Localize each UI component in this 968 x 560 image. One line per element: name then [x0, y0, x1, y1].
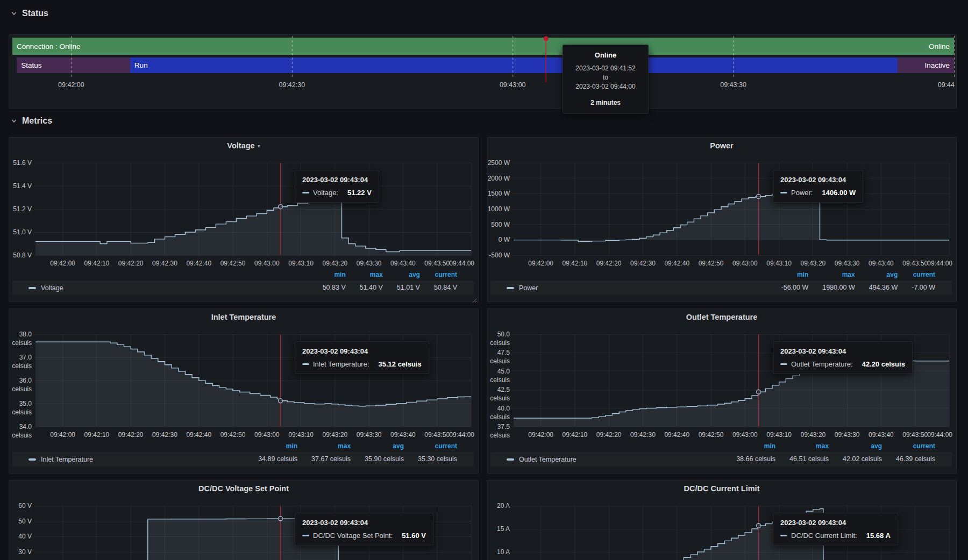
chevron-down-icon	[11, 118, 17, 124]
cursor-point-marker	[757, 195, 761, 199]
legend-stats-table: minmaxavgcurrent-56.00 W1980.00 W494.36 …	[490, 269, 952, 295]
x-axis-label: 09:43:40	[386, 260, 420, 268]
tooltip-series-value: 51.60 V	[402, 532, 426, 540]
metric-panel-inlet-temperature: Inlet Temperature38.0 celsuis37.0 celsui…	[9, 308, 479, 473]
tooltip-series-value: 42.20 celsuis	[862, 360, 905, 368]
legend-header-avg[interactable]: avg	[843, 440, 882, 452]
x-axis-label: 09:43:20	[796, 260, 830, 268]
legend-header-avg[interactable]: avg	[365, 440, 404, 452]
status-tooltip-from: 2023-03-02 09:41:52	[567, 64, 644, 73]
legend-header-current[interactable]: current	[912, 269, 935, 281]
tooltip-series-value: 35.12 celsuis	[379, 360, 422, 368]
series-color-swatch	[780, 535, 787, 537]
panel-legend: minmaxavgcurrent50.83 V51.40 V51.01 V50.…	[12, 269, 474, 297]
metric-panel-voltage: Voltage▾51.6 V51.4 V51.2 V51.0 V50.8 V09…	[9, 137, 479, 302]
legend-header-current[interactable]: current	[418, 440, 457, 452]
legend-series-name: Power	[519, 284, 538, 292]
legend-series-toggle[interactable]: Inlet Temperature	[29, 452, 93, 466]
time-axis-label: 09:43:00	[491, 81, 534, 89]
cursor-point-marker	[279, 399, 283, 403]
resize-corner-lines	[473, 299, 476, 303]
x-axis-label: 09:43:10	[284, 260, 318, 268]
x-axis-label: 09:42:00	[524, 431, 558, 439]
legend-header-max[interactable]: max	[360, 269, 383, 281]
series-area	[35, 186, 471, 255]
legend-stat-current: 50.84 V	[434, 281, 457, 295]
panel-resize-handle[interactable]	[472, 296, 477, 300]
legend-header-max[interactable]: max	[822, 269, 855, 281]
x-axis-label: 09:43:00	[250, 431, 284, 439]
legend-header-avg[interactable]: avg	[397, 269, 420, 281]
legend-stat-current: 46.39 celsuis	[896, 452, 935, 466]
panel-legend: minmaxavgcurrent34.89 celsuis37.67 celsu…	[12, 440, 474, 468]
legend-header-avg[interactable]: avg	[869, 269, 898, 281]
legend-header-max[interactable]: max	[311, 440, 351, 452]
x-axis-label: 09:42:50	[216, 260, 250, 268]
tooltip-series-row: Outlet Temperature:42.20 celsuis	[780, 360, 905, 368]
metric-panel-dcdc-current-limit: DC/DC Current Limit20 A15 A10 A09:42:000…	[487, 480, 957, 560]
x-axis-label: 09:44:00	[918, 431, 952, 439]
x-axis-label: 09:43:20	[318, 431, 352, 439]
timeline-segment-label-right: Online	[929, 42, 950, 51]
x-axis-label: 09:43:10	[762, 260, 796, 268]
tooltip-timestamp: 2023-03-02 09:43:04	[302, 176, 372, 184]
legend-header-max[interactable]: max	[789, 440, 829, 452]
tooltip-series-row: Voltage:51.22 V	[302, 189, 372, 197]
timeline-segment-label: Status	[21, 61, 41, 69]
timeline-segment-connection-0: Connection : OnlineOnline	[12, 38, 954, 55]
x-axis-label: 09:42:30	[625, 260, 660, 268]
x-axis-label: 09:42:20	[113, 260, 148, 268]
x-axis-label: 09:42:40	[660, 431, 694, 439]
legend-header-min[interactable]: min	[323, 269, 346, 281]
tooltip-series-row: DC/DC Voltage Set Point:51.60 V	[302, 532, 426, 540]
tooltip-timestamp: 2023-03-02 09:43:04	[780, 519, 891, 527]
resize-corner-icon	[472, 298, 477, 303]
x-axis-label: 09:43:00	[250, 260, 284, 268]
legend-stat-avg: 42.02 celsuis	[843, 452, 882, 466]
x-axis-label: 09:44:00	[918, 260, 952, 268]
timeline-segment-status-0: Status	[17, 58, 130, 73]
tooltip-timestamp: 2023-03-02 09:43:04	[302, 519, 426, 527]
legend-stat-min: -56.00 W	[781, 281, 809, 295]
metric-panel-power: Power2500 W2000 W1500 W1000 W500 W0 W-50…	[487, 137, 957, 302]
legend-header-min[interactable]: min	[736, 440, 775, 452]
x-axis-label: 09:42:10	[80, 260, 114, 268]
metric-panel-dcdc-voltage-set-point: DC/DC Voltage Set Point60 V50 V40 V30 V0…	[9, 480, 479, 560]
series-color-swatch	[780, 363, 787, 365]
x-axis-label: 09:43:40	[386, 431, 420, 439]
legend-stat-avg: 35.90 celsuis	[365, 452, 404, 466]
cursor-point-marker	[279, 205, 283, 209]
legend-header-current[interactable]: current	[896, 440, 935, 452]
series-color-swatch	[507, 458, 514, 461]
x-axis-label: 09:42:50	[694, 431, 728, 439]
legend-header-min[interactable]: min	[781, 269, 809, 281]
legend-series-toggle[interactable]: Power	[507, 281, 538, 295]
cursor-point-marker	[757, 523, 761, 528]
status-tooltip-duration: 2 minutes	[567, 98, 644, 107]
section-header-metrics[interactable]: Metrics	[11, 115, 52, 127]
tooltip-timestamp: 2023-03-02 09:43:04	[780, 176, 856, 184]
x-axis-label: 09:42:00	[46, 431, 80, 439]
status-tooltip-to-word: to	[567, 73, 644, 82]
x-axis-label: 09:44:00	[440, 260, 474, 268]
legend-header-current[interactable]: current	[434, 269, 457, 281]
tooltip-timestamp: 2023-03-02 09:43:04	[302, 347, 422, 355]
time-axis-label: 09:44	[938, 81, 955, 89]
series-color-swatch	[29, 458, 36, 461]
time-axis-label: 09:42:00	[49, 81, 92, 89]
legend-series-toggle[interactable]: Voltage	[29, 281, 63, 295]
chart-tooltip-dcdc-voltage-set-point: 2023-03-02 09:43:04DC/DC Voltage Set Poi…	[295, 513, 433, 545]
legend-series-toggle[interactable]: Outlet Temperature	[507, 452, 576, 466]
state-timeline-plot[interactable]: Connection : OnlineOnlineStatusRunInacti…	[9, 35, 956, 108]
x-axis-label: 09:43:40	[864, 431, 898, 439]
tooltip-series-value: 1406.00 W	[822, 189, 856, 197]
x-axis-label: 09:43:30	[352, 431, 386, 439]
tooltip-series-label: DC/DC Current Limit:	[791, 532, 857, 540]
legend-header-min[interactable]: min	[258, 440, 297, 452]
x-axis-label: 09:43:00	[728, 260, 762, 268]
x-axis-label: 09:42:40	[660, 260, 694, 268]
legend-stat-current: 35.30 celsuis	[418, 452, 457, 466]
section-header-status[interactable]: Status	[11, 8, 48, 19]
legend-stat-max: 46.51 celsuis	[789, 452, 829, 466]
x-axis-label: 09:42:20	[113, 431, 148, 439]
